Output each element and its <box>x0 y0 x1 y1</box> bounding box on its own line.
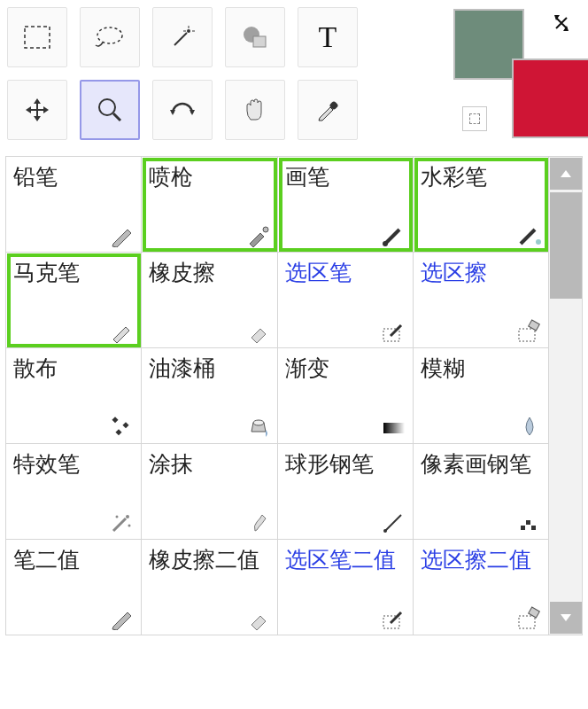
brush-blur[interactable]: 模糊 <box>414 348 549 444</box>
brush-airbrush[interactable]: 喷枪 <box>142 157 277 253</box>
magic-wand-tool[interactable] <box>152 7 213 67</box>
svg-point-16 <box>263 227 268 232</box>
rect-select-tool[interactable] <box>7 7 67 67</box>
brush-label: 选区擦二值 <box>421 547 541 573</box>
svg-rect-22 <box>112 417 119 423</box>
brush-gradient[interactable]: 渐变 <box>278 348 414 444</box>
brush-grid: 铅笔喷枪画笔水彩笔马克笔橡皮擦选区笔选区擦散布油漆桶渐变模糊特效笔涂抹球形钢笔像… <box>5 156 549 635</box>
brush-watercolor[interactable]: 水彩笔 <box>414 157 549 253</box>
toolbar: T <box>0 0 588 147</box>
brush-eraser[interactable]: 橡皮擦二值 <box>142 540 277 635</box>
rotate-tool[interactable] <box>152 80 213 140</box>
svg-point-1 <box>97 27 122 43</box>
svg-line-10 <box>113 113 120 121</box>
rect-select-icon <box>24 26 50 49</box>
eraser-icon <box>245 317 272 344</box>
pixel-icon <box>516 509 543 535</box>
brush-fx[interactable]: 特效笔 <box>6 444 142 540</box>
brush-label: 油漆桶 <box>149 355 269 381</box>
background-color-swatch[interactable] <box>512 58 588 138</box>
brush-pixel[interactable]: 像素画钢笔 <box>414 444 549 540</box>
color-area <box>453 7 581 140</box>
bucket-icon <box>245 413 272 440</box>
shape-tool[interactable] <box>225 7 285 67</box>
svg-rect-31 <box>521 526 525 530</box>
brush-label: 喷枪 <box>149 164 269 190</box>
svg-point-28 <box>116 516 119 518</box>
svg-point-17 <box>383 241 388 246</box>
svg-rect-8 <box>253 36 266 47</box>
scroll-down-button[interactable] <box>550 602 582 634</box>
brush-label: 橡皮擦二值 <box>149 547 269 573</box>
text-tool[interactable]: T <box>298 7 358 67</box>
sel-eraser-icon <box>516 317 543 344</box>
brush-label: 铅笔 <box>13 164 134 190</box>
brush-sel-eraser[interactable]: 选区擦 <box>414 253 549 348</box>
scrollbar <box>549 156 583 635</box>
pencil-icon <box>109 604 135 631</box>
transparent-swatch[interactable] <box>462 106 487 131</box>
svg-point-9 <box>99 99 115 115</box>
airbrush-icon <box>245 222 272 248</box>
brush-scatter[interactable]: 散布 <box>6 348 142 444</box>
brush-sel-pen[interactable]: 选区笔 <box>278 253 414 348</box>
brush-label: 橡皮擦 <box>149 260 269 285</box>
brush-marker[interactable]: 马克笔 <box>6 253 142 348</box>
blur-icon <box>516 413 543 440</box>
brush-pencil[interactable]: 铅笔 <box>6 157 142 253</box>
brush-sel-pen[interactable]: 选区笔二值 <box>278 540 414 635</box>
text-icon: T <box>319 20 337 54</box>
svg-point-30 <box>383 529 387 533</box>
brush-icon <box>381 222 407 248</box>
svg-point-25 <box>253 420 264 425</box>
sel-pen-icon <box>381 317 407 344</box>
zoom-tool[interactable] <box>80 80 140 140</box>
svg-rect-23 <box>123 422 129 428</box>
brush-label: 水彩笔 <box>421 164 541 190</box>
brush-ballpen[interactable]: 球形钢笔 <box>278 444 414 540</box>
brush-brush[interactable]: 画笔 <box>278 157 414 253</box>
brush-label: 马克笔 <box>13 260 134 285</box>
brush-panel: 铅笔喷枪画笔水彩笔马克笔橡皮擦选区笔选区擦散布油漆桶渐变模糊特效笔涂抹球形钢笔像… <box>5 156 583 635</box>
swap-colors-button[interactable] <box>553 12 576 35</box>
eyedropper-tool[interactable] <box>298 80 358 140</box>
hand-tool[interactable] <box>225 80 285 140</box>
lasso-tool[interactable] <box>80 7 140 67</box>
scroll-thumb[interactable] <box>550 192 582 299</box>
brush-label: 模糊 <box>421 355 541 381</box>
move-tool[interactable] <box>7 80 67 140</box>
gradient-icon <box>381 413 407 440</box>
brush-sel-eraser[interactable]: 选区擦二值 <box>414 540 549 635</box>
svg-rect-24 <box>116 429 122 435</box>
fx-icon <box>109 509 135 535</box>
tool-grid: T <box>7 7 430 140</box>
zoom-icon <box>96 96 124 124</box>
swap-icon <box>553 12 576 35</box>
lasso-icon <box>94 25 126 50</box>
marker-icon <box>109 317 135 344</box>
scatter-icon <box>109 413 135 440</box>
eraser-icon <box>245 604 272 631</box>
triangle-up-icon <box>560 169 572 178</box>
svg-rect-33 <box>531 526 536 530</box>
brush-label: 渐变 <box>285 355 406 381</box>
brush-pencil[interactable]: 笔二值 <box>6 540 142 635</box>
shape-icon <box>241 24 269 51</box>
smudge-icon <box>245 509 272 535</box>
svg-rect-26 <box>383 423 405 433</box>
svg-point-27 <box>126 515 129 518</box>
brush-label: 画笔 <box>285 164 406 190</box>
brush-label: 涂抹 <box>149 451 269 477</box>
sel-pen-icon <box>381 604 407 631</box>
brush-eraser[interactable]: 橡皮擦 <box>142 253 277 348</box>
brush-label: 笔二值 <box>13 547 134 573</box>
brush-label: 选区笔 <box>285 260 406 285</box>
svg-rect-32 <box>526 520 530 525</box>
sel-eraser-icon <box>516 604 543 631</box>
svg-point-18 <box>536 239 541 245</box>
brush-smudge[interactable]: 涂抹 <box>142 444 277 540</box>
scroll-up-button[interactable] <box>550 158 582 190</box>
triangle-down-icon <box>560 613 572 622</box>
ballpen-icon <box>381 509 407 535</box>
brush-bucket[interactable]: 油漆桶 <box>142 348 277 444</box>
